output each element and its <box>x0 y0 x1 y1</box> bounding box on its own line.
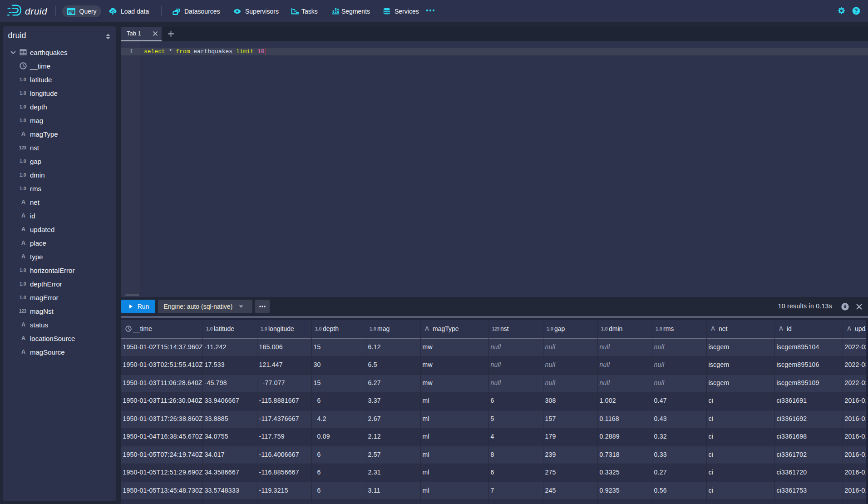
svg-text:?: ? <box>854 8 858 14</box>
